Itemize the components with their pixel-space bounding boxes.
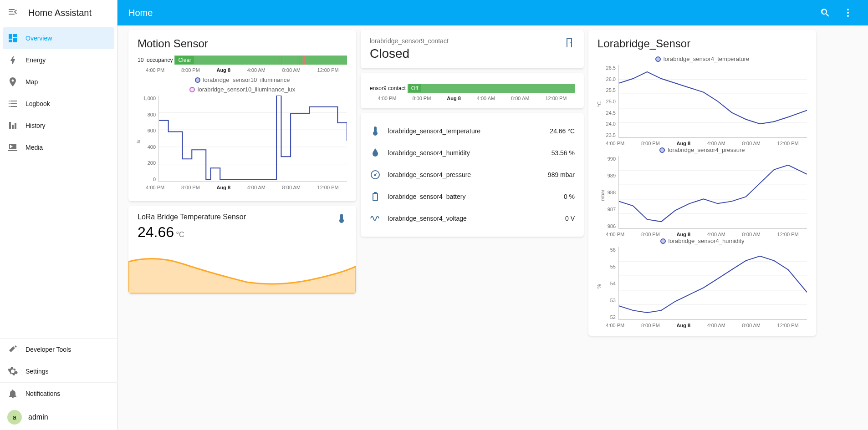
sidebar-item-overview[interactable]: Overview [3,27,114,49]
dashboard-icon [7,33,26,44]
sidebar-item-history[interactable]: History [0,115,117,137]
temp-value: 24.66 [138,224,174,240]
list-icon [7,98,26,109]
card-title: Motion Sensor [138,37,347,50]
entity-row[interactable]: lorabridge_sensor4_humidity 53.56 % [370,142,575,164]
header-actions [816,4,857,22]
map-icon [7,76,26,87]
sidebar-item-label: Energy [26,56,46,64]
sidebar-nav: Overview Energy Map Logbook History Medi… [0,25,117,338]
page-title: Home [128,8,816,18]
search-button[interactable] [816,4,834,22]
status-badge: Clear [175,56,194,64]
temp-unit: °C [176,231,184,238]
play-icon [7,142,26,153]
illuminance-chart: lx 1,000 800 600 400 200 0 [138,96,347,182]
pressure-chart: lorabridge_sensor4_pressure mbar 990 989… [597,147,807,233]
sidebar-item-label: Logbook [26,100,50,107]
sine-wave-icon [370,213,388,224]
temperature-card[interactable]: LoRa Bridge Temperature Sensor 24.66 °C [128,206,356,293]
sidebar: Home Assistant Overview Energy Map Logbo… [0,0,117,430]
time-axis: 4:00 PM 8:00 PM Aug 8 4:00 AM 8:00 AM 12… [370,96,575,101]
chart-icon [7,120,26,131]
occupancy-status: 10_occupancy Clear [138,56,347,65]
avatar: a [7,410,22,425]
menu-collapse-icon[interactable] [7,6,18,19]
time-axis: 4:00 PM 8:00 PM Aug 8 4:00 AM 8:00 AM 12… [138,67,347,73]
contact-card[interactable]: lorabridge_sensor9_contact Closed [361,30,584,68]
search-icon [820,7,831,18]
contact-status-card[interactable]: ensor9 contact Off 4:00 PM 8:00 PM Aug 8… [361,73,584,108]
time-axis-2: 4:00 PM 8:00 PM Aug 8 4:00 AM 8:00 AM 12… [138,185,347,190]
sidebar-item-notifications[interactable]: Notifications [0,383,117,405]
dashboard-content: Motion Sensor 10_occupancy Clear 4:00 PM… [117,25,868,430]
entity-row[interactable]: lorabridge_sensor4_pressure 989 mbar [370,164,575,186]
sidebar-item-label: History [26,122,46,129]
sidebar-item-label: Developer Tools [26,346,71,353]
entities-card: lorabridge_sensor4_temperature 24.66 °C … [361,113,584,237]
chart-legend-2: lorabridge_sensor10_illuminance_lux [138,86,347,93]
sensor4-charts-card[interactable]: Lorabridge_Sensor lorabridge_sensor4_tem… [588,30,816,336]
contact-subtitle: lorabridge_sensor9_contact [370,37,449,45]
sidebar-item-media[interactable]: Media [0,137,117,158]
sidebar-item-map[interactable]: Map [0,71,117,93]
sidebar-item-energy[interactable]: Energy [0,49,117,71]
contact-state: Closed [370,46,449,61]
door-icon [564,37,575,50]
motion-sensor-card[interactable]: Motion Sensor 10_occupancy Clear 4:00 PM… [128,30,356,201]
hammer-icon [7,344,26,355]
more-button[interactable] [839,4,857,22]
dots-vertical-icon [842,7,853,18]
status-badge: Off [408,84,421,92]
sidebar-item-logbook[interactable]: Logbook [0,93,117,115]
sidebar-item-settings[interactable]: Settings [0,360,117,382]
humidity-chart: lorabridge_sensor4_humidity % 56 55 54 5… [597,238,807,324]
card-title: Lorabridge_Sensor [597,37,807,50]
thermometer-icon [336,213,347,226]
sidebar-item-label: Media [26,144,43,151]
sidebar-item-label: Map [26,78,38,86]
bell-icon [7,388,26,399]
user-name: admin [28,413,48,421]
gauge-icon [370,169,388,180]
chart-legend: lorabridge_sensor10_illuminance [138,76,347,83]
main: Home Motion Sensor 10_occupancy Clear [117,0,868,430]
sidebar-item-label: Overview [26,35,52,42]
sidebar-item-label: Settings [26,368,49,375]
entity-row[interactable]: lorabridge_sensor4_voltage 0 V [370,207,575,229]
temp-area-chart [128,248,356,293]
thermometer-icon [370,126,388,137]
temperature-chart: lorabridge_sensor4_temperature °C 26.5 2… [597,56,807,142]
sidebar-item-devtools[interactable]: Developer Tools [0,339,117,360]
entity-row[interactable]: lorabridge_sensor4_temperature 24.66 °C [370,120,575,142]
temp-title: LoRa Bridge Temperature Sensor [138,213,246,221]
contact-status-bar: ensor9 contact Off [370,84,575,93]
water-percent-icon [370,147,388,158]
app-title: Home Assistant [28,8,92,18]
sidebar-user[interactable]: a admin [0,405,117,430]
header: Home [117,0,868,25]
status-label: ensor9 contact [370,85,406,91]
sidebar-header: Home Assistant [0,0,117,25]
sidebar-footer: Developer Tools Settings Notifications a… [0,338,117,430]
sidebar-item-label: Notifications [26,390,60,397]
entity-row[interactable]: lorabridge_sensor4_battery 0 % [370,186,575,207]
lightning-icon [7,55,26,66]
status-label: 10_occupancy [138,57,173,63]
gear-icon [7,366,26,377]
battery-outline-icon [370,191,388,202]
